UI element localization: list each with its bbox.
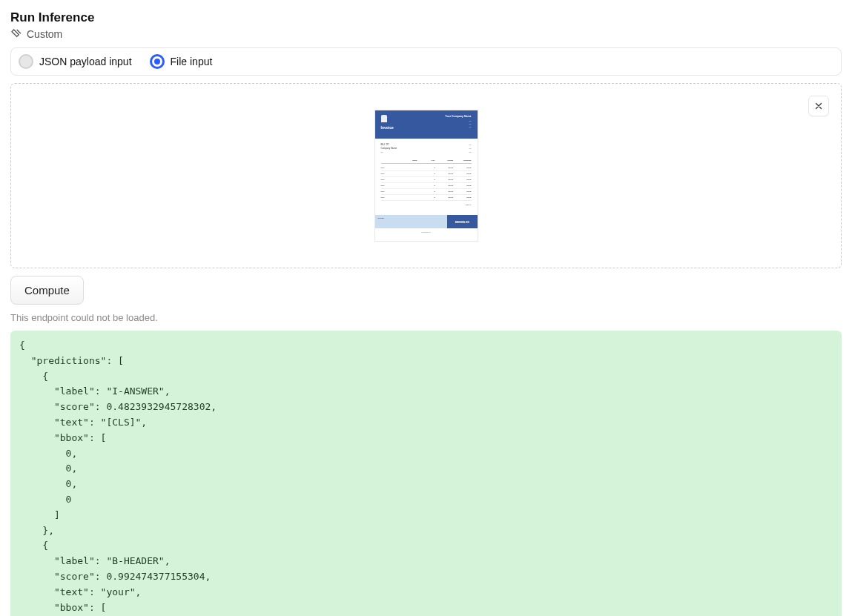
- tr-amt: $0.00: [453, 167, 471, 169]
- tr-price: $0.00: [435, 167, 453, 169]
- subtitle-row: Custom: [10, 28, 842, 40]
- tr-amt: $0.00: [453, 191, 471, 193]
- tr-price: $0.00: [435, 191, 453, 193]
- page-title: Run Inference: [10, 10, 842, 25]
- tr-item: Item: [381, 173, 417, 175]
- radio-file-label: File input: [171, 56, 213, 67]
- tr-amt: $0.00: [453, 185, 471, 187]
- compute-button[interactable]: Compute: [10, 276, 84, 305]
- tr-item: Item: [381, 196, 417, 199]
- custom-icon: [10, 28, 22, 40]
- tr-item: Item: [381, 191, 417, 193]
- tr-item: Item: [381, 167, 417, 169]
- subtitle-text: Custom: [27, 28, 62, 40]
- tr-qty: 0: [417, 196, 435, 199]
- tr-price: $0.00: [435, 179, 453, 181]
- status-message: This endpoint could not be loaded.: [10, 312, 842, 323]
- th-price: PRICE: [435, 159, 453, 162]
- tr-price: $0.00: [435, 173, 453, 175]
- invoice-grand-total: $00000.00: [447, 215, 478, 228]
- th-qty: QTY: [417, 159, 435, 162]
- tr-qty: 0: [417, 191, 435, 193]
- invoice-notes: NOTES: [375, 215, 447, 228]
- invoice-total-label: TOTAL: [466, 204, 472, 206]
- tr-amt: $0.00: [453, 173, 471, 175]
- radio-dot: [19, 54, 33, 69]
- tr-price: $0.00: [435, 185, 453, 187]
- result-output: { "predictions": [ { "label": "I-ANSWER"…: [10, 331, 842, 616]
- invoice-bill-to: BILL TO: [381, 143, 397, 146]
- tr-price: $0.00: [435, 196, 453, 199]
- invoice-footer: Powered by: [375, 228, 478, 235]
- tr-amt: $0.00: [453, 196, 471, 199]
- tr-qty: 0: [417, 185, 435, 187]
- tr-item: Item: [381, 185, 417, 187]
- radio-file-input[interactable]: File input: [150, 54, 213, 69]
- clear-file-button[interactable]: [808, 96, 829, 116]
- input-mode-bar: JSON payload input File input: [10, 47, 842, 76]
- tr-item: Item: [381, 179, 417, 181]
- uploaded-file-preview: Invoice Your Company Name — — — BILL TO …: [374, 110, 478, 242]
- th-amt: AMOUNT: [453, 159, 471, 162]
- close-icon: [814, 102, 823, 110]
- tr-qty: 0: [417, 179, 435, 181]
- radio-dot: [150, 54, 165, 69]
- file-dropzone[interactable]: Invoice Your Company Name — — — BILL TO …: [10, 83, 842, 268]
- invoice-title: Invoice: [381, 125, 394, 130]
- tr-qty: 0: [417, 173, 435, 175]
- radio-json-payload[interactable]: JSON payload input: [19, 54, 132, 69]
- th-item: ITEM: [381, 159, 417, 162]
- tr-qty: 0: [417, 167, 435, 169]
- radio-json-label: JSON payload input: [39, 56, 132, 67]
- invoice-company-label: Company Name: [381, 147, 397, 150]
- tr-amt: $0.00: [453, 179, 471, 181]
- invoice-company-name: Your Company Name: [445, 115, 471, 119]
